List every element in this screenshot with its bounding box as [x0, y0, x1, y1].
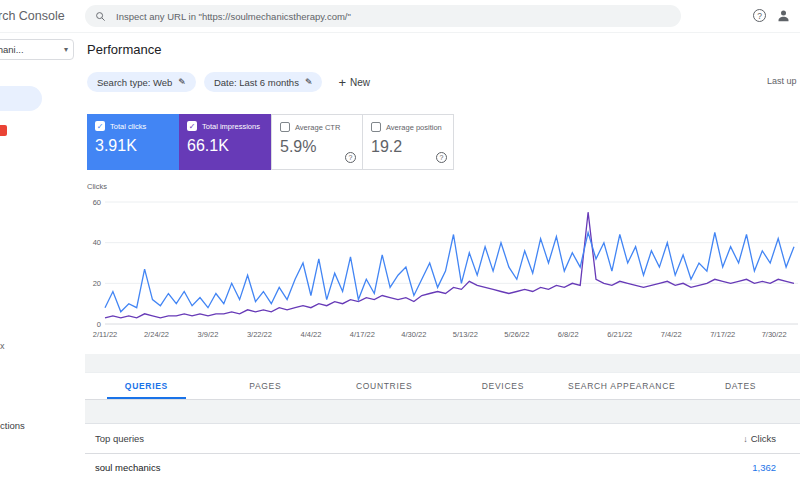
table-row[interactable]: soul mechanics 1,362: [85, 454, 800, 480]
main-content: Performance Search type: Web ✎ Date: Las…: [85, 32, 800, 480]
url-inspect-searchbar[interactable]: [85, 5, 681, 27]
clicks-column-header[interactable]: ↓ Clicks: [743, 433, 776, 444]
clicks-cell: 1,362: [752, 462, 776, 473]
top-queries-header: Top queries: [95, 433, 144, 444]
total-clicks-card[interactable]: ✓ Total clicks 3.91K: [87, 114, 179, 170]
tab-devices[interactable]: DEVICES: [443, 373, 562, 399]
clicks-column-label: Clicks: [751, 433, 776, 444]
svg-text:7/30/22: 7/30/22: [762, 330, 787, 339]
query-cell: soul mechanics: [95, 462, 160, 473]
tab-countries[interactable]: COUNTRIES: [325, 373, 444, 399]
svg-text:40: 40: [93, 238, 101, 247]
svg-text:4/4/22: 4/4/22: [300, 330, 321, 339]
svg-text:20: 20: [93, 279, 101, 288]
svg-text:3/22/22: 3/22/22: [247, 330, 272, 339]
checkbox-unchecked-icon[interactable]: [371, 122, 381, 132]
edit-pencil-icon[interactable]: ✎: [305, 77, 313, 87]
property-selector[interactable]: chani... ▾: [0, 39, 74, 60]
checkbox-checked-icon[interactable]: ✓: [187, 121, 197, 131]
svg-text:60: 60: [93, 198, 101, 207]
tab-pages[interactable]: PAGES: [206, 373, 325, 399]
total-impressions-label: Total impressions: [202, 122, 260, 131]
search-icon: [95, 11, 106, 22]
help-icon[interactable]: ?: [436, 152, 447, 163]
svg-text:2/11/22: 2/11/22: [93, 330, 117, 339]
page-title: Performance: [87, 42, 161, 57]
sort-descending-icon: ↓: [743, 434, 748, 444]
svg-text:5/26/22: 5/26/22: [504, 330, 529, 339]
user-settings-icon[interactable]: [776, 8, 791, 23]
chevron-down-icon: ▾: [64, 45, 68, 54]
sidebar-active-item[interactable]: [0, 86, 42, 111]
sidebar: chani... ▾ x ctions: [0, 32, 85, 480]
sidebar-item-actions[interactable]: ctions: [0, 420, 25, 431]
dimension-tabs: QUERIES PAGES COUNTRIES DEVICES SEARCH A…: [85, 372, 800, 400]
svg-text:5/13/22: 5/13/22: [453, 330, 478, 339]
svg-text:Clicks: Clicks: [87, 182, 107, 191]
average-ctr-card[interactable]: Average CTR 5.9% ?: [271, 114, 363, 170]
svg-text:2/24/22: 2/24/22: [144, 330, 169, 339]
edit-pencil-icon[interactable]: ✎: [178, 77, 186, 87]
tab-search-appearance[interactable]: SEARCH APPEARANCE: [562, 373, 681, 399]
date-filter-chip[interactable]: Date: Last 6 months ✎: [204, 72, 323, 92]
performance-line-chart: 0204060Clicks2/11/222/24/223/9/223/22/22…: [85, 180, 800, 345]
table-header-row: Top queries ↓ Clicks: [85, 424, 800, 454]
top-bar: rch Console ?: [0, 0, 800, 33]
total-impressions-value: 66.1K: [187, 137, 271, 155]
search-console-app: rch Console ? chani... ▾ x ctions Perfor…: [0, 0, 800, 480]
queries-table: Top queries ↓ Clicks soul mechanics 1,36…: [85, 423, 800, 480]
property-selector-label: chani...: [0, 44, 24, 55]
sidebar-item-index[interactable]: x: [0, 341, 5, 351]
checkbox-checked-icon[interactable]: ✓: [95, 121, 105, 131]
new-filter-label: New: [350, 77, 370, 88]
svg-text:7/4/22: 7/4/22: [661, 330, 682, 339]
svg-text:6/8/22: 6/8/22: [558, 330, 579, 339]
app-logo-text: rch Console: [0, 0, 65, 32]
svg-text:4/17/22: 4/17/22: [350, 330, 375, 339]
svg-text:6/21/22: 6/21/22: [607, 330, 632, 339]
help-icon[interactable]: ?: [753, 9, 766, 22]
svg-text:7/17/22: 7/17/22: [710, 330, 735, 339]
sidebar-alert-icon: [0, 125, 7, 136]
average-position-label: Average position: [386, 123, 442, 132]
svg-text:4/30/22: 4/30/22: [401, 330, 426, 339]
average-ctr-label: Average CTR: [295, 123, 340, 132]
average-position-card[interactable]: Average position 19.2 ?: [362, 114, 454, 170]
checkbox-unchecked-icon[interactable]: [280, 122, 290, 132]
url-inspect-input[interactable]: [114, 10, 671, 23]
help-icon[interactable]: ?: [345, 152, 356, 163]
total-clicks-value: 3.91K: [95, 137, 179, 155]
metric-cards-row: ✓ Total clicks 3.91K ✓ Total impressions…: [87, 114, 454, 170]
search-type-filter-label: Search type: Web: [97, 77, 172, 88]
tab-queries[interactable]: QUERIES: [87, 373, 206, 399]
svg-text:0: 0: [97, 320, 101, 329]
plus-icon: +: [338, 75, 346, 90]
last-updated-text: Last up: [767, 76, 800, 86]
date-filter-label: Date: Last 6 months: [214, 77, 299, 88]
tab-dates[interactable]: DATES: [681, 373, 800, 399]
svg-text:3/9/22: 3/9/22: [198, 330, 219, 339]
search-type-filter-chip[interactable]: Search type: Web ✎: [87, 72, 196, 92]
total-impressions-card[interactable]: ✓ Total impressions 66.1K: [179, 114, 271, 170]
filter-chips-row: Search type: Web ✎ Date: Last 6 months ✎…: [87, 72, 370, 92]
new-filter-button[interactable]: + New: [338, 75, 370, 90]
total-clicks-label: Total clicks: [110, 122, 146, 131]
